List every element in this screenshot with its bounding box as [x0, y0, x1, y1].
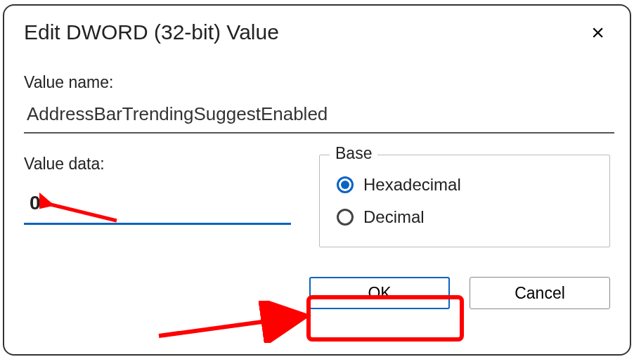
- base-group: Base Hexadecimal Decimal: [319, 155, 610, 247]
- radio-dec-label: Decimal: [363, 207, 425, 227]
- close-icon[interactable]: ×: [586, 18, 610, 46]
- radio-hexadecimal[interactable]: Hexadecimal: [337, 175, 593, 195]
- radio-hex-label: Hexadecimal: [363, 175, 461, 195]
- ok-button-label: OK: [368, 284, 391, 303]
- svg-line-1: [159, 316, 303, 336]
- value-data-label: Value data:: [24, 155, 291, 174]
- radio-decimal[interactable]: Decimal: [337, 207, 593, 227]
- edit-dword-dialog: Edit DWORD (32-bit) Value × Value name: …: [3, 4, 631, 356]
- title-bar: Edit DWORD (32-bit) Value ×: [24, 18, 610, 46]
- radio-unselected-icon: [337, 209, 354, 226]
- value-name-input[interactable]: [24, 99, 614, 134]
- button-row: OK Cancel: [24, 277, 610, 309]
- radio-selected-icon: [337, 176, 354, 193]
- value-data-input[interactable]: [24, 185, 291, 225]
- ok-button[interactable]: OK: [309, 277, 450, 309]
- value-name-label: Value name:: [24, 73, 610, 92]
- dialog-title: Edit DWORD (32-bit) Value: [24, 20, 279, 44]
- base-legend: Base: [330, 144, 377, 163]
- cancel-button-label: Cancel: [515, 284, 565, 303]
- cancel-button[interactable]: Cancel: [470, 277, 610, 309]
